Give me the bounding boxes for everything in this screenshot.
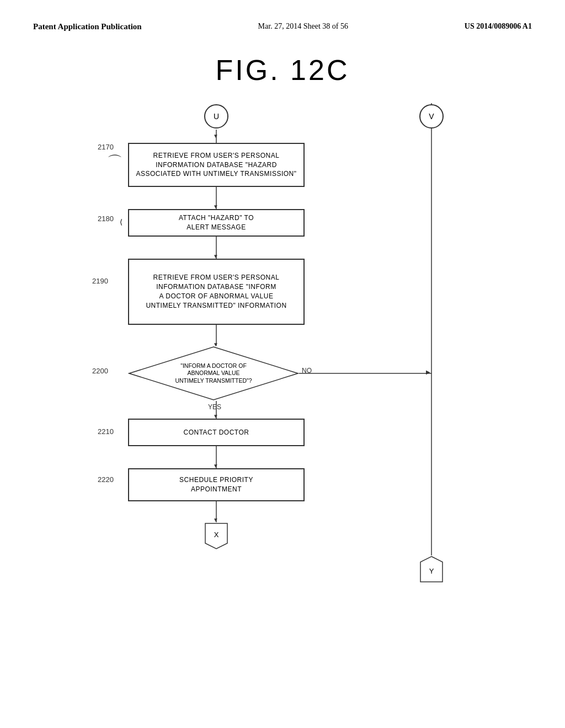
ref-2190: 2190 (92, 277, 108, 285)
box-2210: CONTACT DOCTOR (128, 419, 305, 446)
ref-2200: 2200 (92, 367, 108, 375)
terminal-U: U (204, 104, 228, 129)
date-sheet-label: Mar. 27, 2014 Sheet 38 of 56 (258, 22, 348, 31)
terminal-X: X (204, 522, 228, 550)
arrow-down-2220: ▼ (213, 463, 218, 469)
box-2220: SCHEDULE PRIORITY APPOINTMENT (128, 468, 305, 501)
patent-number-label: US 2014/0089006 A1 (465, 22, 532, 31)
figure-title: FIG. 12C (33, 53, 532, 87)
arrow-down-2210: ▼ (213, 413, 218, 419)
box-2190: RETRIEVE FROM USER'S PERSONAL INFORMATIO… (128, 259, 305, 325)
box-2170: RETRIEVE FROM USER'S PERSONAL INFORMATIO… (128, 143, 305, 187)
arrow-down-2178: ▼ (213, 204, 218, 210)
flowchart: U V 2170 RETRIEVE FROM USER'S PERSONAL I… (45, 103, 520, 599)
decision-2200: "INFORM A DOCTOR OF ABNORMAL VALUE UNTIM… (128, 346, 299, 401)
no-label: NO (302, 367, 312, 374)
publication-label: Patent Application Publication (33, 22, 142, 31)
arrow-down-U: ▼ (213, 133, 218, 139)
header: Patent Application Publication Mar. 27, … (33, 22, 532, 31)
arrow-right-NO: ▶ (426, 369, 430, 375)
ref-2220: 2220 (98, 475, 114, 484)
page: Patent Application Publication Mar. 27, … (0, 0, 565, 728)
ref-2210: 2210 (98, 427, 114, 436)
ref-2170: 2170 (98, 143, 114, 151)
terminal-V: V (419, 104, 444, 129)
yes-label: YES (208, 403, 221, 411)
arrow-down-decision: ▼ (213, 341, 218, 347)
terminal-Y: Y (419, 555, 444, 583)
ref-2180: 2180 (98, 215, 114, 223)
arrow-2180: ⟨ (120, 218, 122, 226)
arrow-down-2189: ▼ (213, 253, 218, 259)
arrow-down-X: ▼ (213, 517, 218, 523)
box-2180: ATTACH "HAZARD" TO ALERT MESSAGE (128, 209, 305, 237)
brace-2170: ⌒ (107, 152, 122, 173)
